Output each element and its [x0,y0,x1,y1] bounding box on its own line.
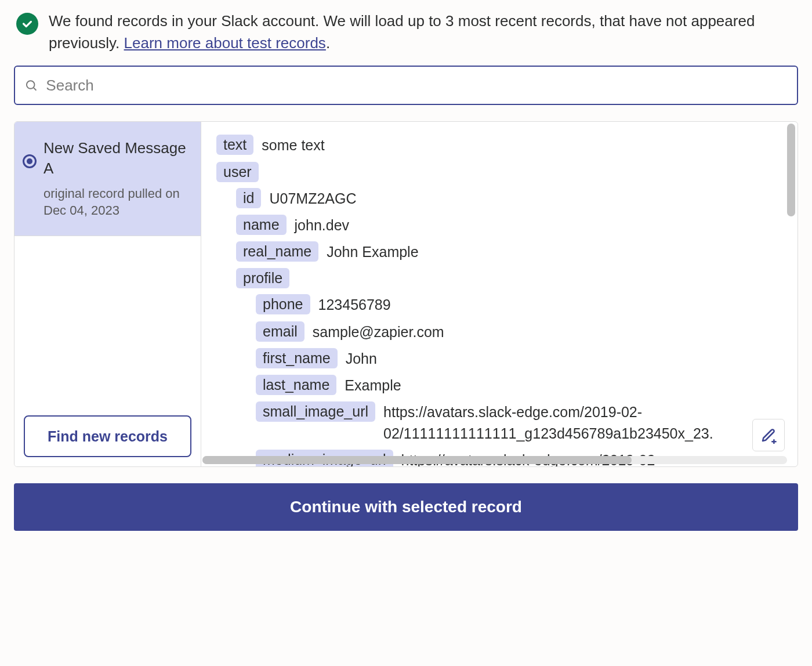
records-panel: New Saved Message A original record pull… [14,121,798,467]
field-val-email: sample@zapier.com [313,321,444,342]
edit-icon [760,426,777,444]
field-key-profile: profile [236,268,289,288]
field-key-first-name: first_name [256,348,338,368]
field-val-name: john.dev [295,215,350,236]
edit-button[interactable] [752,419,785,451]
record-title: New Saved Message A [44,138,190,179]
field-key-small-image: small_image_url [256,401,375,422]
horizontal-scrollbar[interactable] [202,456,787,464]
alert-text-post: . [326,34,330,52]
svg-line-1 [34,88,36,91]
info-alert: We found records in your Slack account. … [14,10,798,66]
search-icon [24,78,38,92]
field-val-text: some text [262,135,324,155]
find-new-records-button[interactable]: Find new records [24,415,191,457]
records-sidebar: New Saved Message A original record pull… [14,122,201,466]
field-key-last-name: last_name [256,375,336,395]
record-item[interactable]: New Saved Message A original record pull… [14,122,201,236]
alert-text: We found records in your Slack account. … [49,10,796,54]
radio-selected-icon[interactable] [23,154,37,168]
field-val-last-name: Example [345,375,401,396]
field-val-phone: 123456789 [318,294,391,315]
search-field-wrap[interactable] [14,66,798,105]
svg-point-0 [27,81,35,89]
field-key-user: user [216,162,259,182]
field-val-small-image: https://avatars.slack-edge.com/2019-02-0… [383,401,798,444]
record-detail: textsome text user idU07MZ2AGC namejohn.… [201,122,798,466]
field-val-first-name: John [346,348,377,369]
field-key-phone: phone [256,294,310,314]
field-val-id: U07MZ2AGC [269,188,356,209]
field-key-id: id [236,188,261,208]
search-input[interactable] [45,76,788,95]
field-key-email: email [256,321,304,342]
field-key-name: name [236,215,287,235]
field-key-text: text [216,135,253,155]
record-subtitle: original record pulled on Dec 04, 2023 [44,185,190,219]
learn-more-link[interactable]: Learn more about test records [124,34,326,52]
field-key-real-name: real_name [236,241,318,262]
vertical-scrollbar[interactable] [787,124,795,453]
success-check-icon [16,13,38,35]
continue-button[interactable]: Continue with selected record [14,483,798,531]
field-val-real-name: John Example [327,241,418,262]
